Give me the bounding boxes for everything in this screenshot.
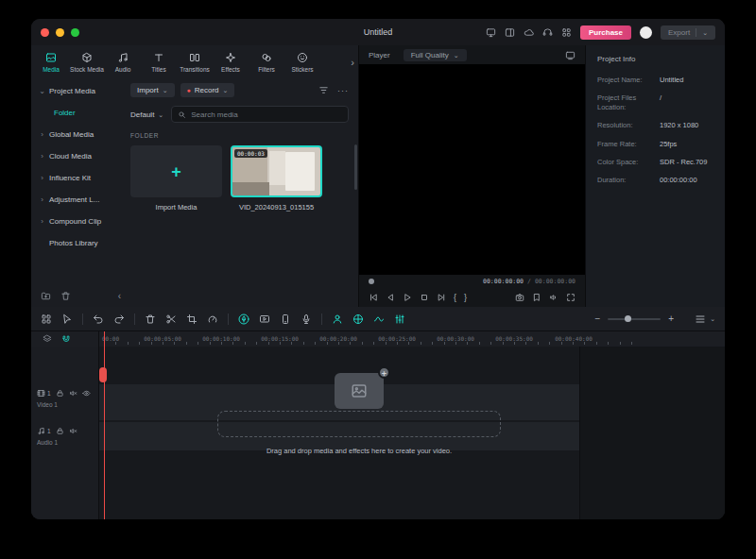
lock-icon[interactable] [56, 427, 64, 435]
player-viewport[interactable] [359, 64, 585, 275]
sidebar-item-adjustment-layer[interactable]: › Adjustment L... [31, 189, 123, 211]
record-button[interactable]: ● Record ⌄ [180, 83, 235, 97]
expand-chevron-icon[interactable]: › [39, 217, 45, 226]
more-options-icon[interactable]: ··· [337, 86, 349, 95]
hide-track-eye-icon[interactable] [82, 389, 91, 398]
expand-chevron-icon[interactable]: › [39, 152, 45, 161]
video-track-header[interactable]: 1 Video 1 [31, 384, 98, 420]
sidebar-item-global-media[interactable]: › Global Media [31, 124, 123, 145]
new-folder-icon[interactable] [41, 291, 51, 301]
stop-icon[interactable] [420, 293, 429, 302]
mute-icon[interactable] [69, 427, 77, 435]
tab-filters[interactable]: Filters [249, 52, 284, 73]
drop-target-outline[interactable] [217, 411, 501, 437]
timeline-tracks[interactable]: 1 Video 1 1 Audio 1 [31, 347, 725, 519]
step-back-icon[interactable] [386, 293, 395, 302]
volume-icon[interactable] [549, 293, 558, 302]
tab-stock-media[interactable]: Stock Media [69, 52, 105, 73]
account-avatar[interactable] [640, 26, 652, 39]
seek-handle[interactable] [369, 279, 374, 284]
zoom-slider-handle[interactable] [625, 315, 631, 322]
snapshot-icon[interactable] [515, 293, 524, 302]
tab-media[interactable]: Media [33, 52, 69, 73]
sidebar-item-project-media[interactable]: ⌄ Project Media [31, 80, 123, 102]
sidebar-item-photos-library[interactable]: Photos Library [31, 232, 123, 254]
sidebar-item-compound-clip[interactable]: › Compound Clip [31, 211, 123, 232]
delete-folder-icon[interactable] [60, 291, 71, 301]
timeline-dropzone[interactable]: + Drag and drop media and effects here t… [217, 373, 501, 455]
tab-titles[interactable]: Titles [141, 52, 177, 73]
audio-track-header[interactable]: 1 Audio 1 [31, 422, 98, 450]
adjustment-icon[interactable] [352, 313, 364, 325]
lock-icon[interactable] [56, 389, 64, 398]
timeline-ruler[interactable]: 00:00 00:00:05:00 00:00:10:00 00:00:15:0… [99, 331, 725, 347]
audio-mixer-icon[interactable] [394, 313, 405, 325]
import-media-dropzone[interactable]: + [130, 145, 222, 197]
mark-out-icon[interactable]: } [464, 293, 467, 302]
cloud-icon[interactable] [524, 27, 534, 38]
play-icon[interactable] [403, 293, 412, 302]
snap-magnet-icon[interactable] [61, 334, 71, 344]
export-caret-icon[interactable]: ⌄ [702, 29, 708, 36]
marker-icon[interactable] [532, 293, 541, 302]
import-media-tile[interactable]: + Import Media [130, 145, 222, 212]
purchase-button[interactable]: Purchase [580, 25, 631, 40]
maximize-button[interactable] [71, 28, 79, 37]
video-thumbnail[interactable]: 00:00:03 [231, 145, 322, 197]
expand-chevron-icon[interactable]: › [39, 195, 45, 204]
scrollbar[interactable] [354, 144, 357, 190]
tabs-scroll-chevron-icon[interactable]: › [351, 57, 354, 68]
split-scissors-icon[interactable] [165, 313, 177, 325]
fullscreen-icon[interactable] [566, 293, 576, 302]
speed-icon[interactable] [207, 313, 218, 325]
media-item-video[interactable]: 00:00:03 VID_20240913_015155 [231, 145, 322, 212]
manage-tracks-icon[interactable] [43, 334, 52, 344]
skip-start-icon[interactable] [369, 293, 378, 302]
apps-grid-icon[interactable] [561, 27, 572, 38]
sidebar-item-influence-kit[interactable]: › Influence Kit [31, 167, 123, 189]
minimize-button[interactable] [56, 28, 64, 37]
fit-screen-icon[interactable] [565, 50, 576, 60]
expand-chevron-icon[interactable]: › [39, 174, 45, 182]
track-layout-icon[interactable] [41, 313, 52, 325]
close-button[interactable] [41, 28, 49, 37]
voiceover-record-icon[interactable] [238, 313, 249, 325]
sidebar-item-cloud-media[interactable]: › Cloud Media [31, 145, 123, 167]
playhead-handle[interactable] [99, 367, 107, 382]
layout-panels-icon[interactable] [505, 27, 515, 38]
tab-transitions[interactable]: Transitions [177, 52, 213, 73]
sidebar-item-folder[interactable]: Folder [31, 102, 123, 124]
mute-icon[interactable] [69, 389, 77, 398]
chroma-key-icon[interactable] [332, 313, 343, 325]
sort-order-dropdown[interactable]: Default ⌄ [130, 110, 163, 119]
phone-mirror-icon[interactable] [280, 313, 291, 325]
undo-icon[interactable] [93, 313, 104, 325]
import-button[interactable]: Import ⌄ [130, 83, 175, 97]
redo-icon[interactable] [113, 313, 125, 325]
export-button[interactable]: Export ⌄ [661, 25, 715, 40]
delete-icon[interactable] [145, 313, 156, 325]
zoom-out-icon[interactable]: − [594, 314, 600, 324]
mic-icon[interactable] [301, 313, 312, 325]
zoom-in-icon[interactable]: + [668, 314, 674, 324]
step-forward-icon[interactable] [437, 293, 446, 302]
speed-ramp-icon[interactable] [373, 313, 385, 325]
crop-icon[interactable] [186, 313, 198, 325]
tab-effects[interactable]: Effects [213, 52, 249, 73]
expand-chevron-icon[interactable]: ⌄ [39, 87, 45, 95]
select-pointer-icon[interactable] [61, 313, 73, 325]
screen-record-icon[interactable] [259, 313, 270, 325]
tab-stickers[interactable]: Stickers [284, 52, 320, 73]
mark-in-icon[interactable]: { [454, 293, 456, 302]
search-input[interactable] [191, 110, 342, 119]
tab-audio[interactable]: Audio [105, 52, 141, 73]
collapse-sidebar-icon[interactable]: ‹ [118, 291, 121, 301]
quality-dropdown[interactable]: Full Quality ⌄ [404, 49, 467, 61]
sort-filter-icon[interactable] [318, 85, 329, 95]
display-icon[interactable] [486, 27, 496, 38]
support-headset-icon[interactable] [542, 27, 553, 38]
zoom-slider[interactable] [608, 318, 661, 320]
track-options-button[interactable]: ⌄ [695, 313, 715, 325]
expand-chevron-icon[interactable]: › [39, 130, 45, 139]
playhead-line[interactable] [104, 331, 105, 519]
